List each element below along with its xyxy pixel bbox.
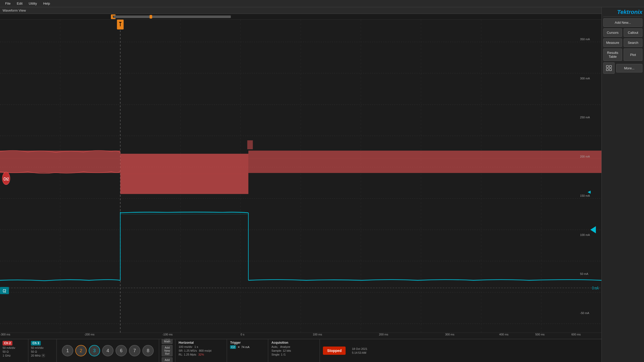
main-layout: Waveform View T bbox=[0, 7, 644, 362]
svg-rect-21 bbox=[0, 151, 120, 173]
tektronix-logo: Tektronix bbox=[603, 9, 642, 17]
ch-btn-8[interactable]: 8 bbox=[142, 345, 154, 356]
search-button[interactable]: Search bbox=[624, 38, 642, 47]
ch-btn-2[interactable]: 2 bbox=[75, 345, 87, 356]
more-button[interactable]: More... bbox=[616, 64, 642, 72]
status-date: 18 Oct 2021 bbox=[352, 347, 367, 350]
ch2-impedance: 50 Ω bbox=[3, 350, 26, 353]
right-sidebar: Tektronix Add New... Cursors Callout Mea… bbox=[601, 7, 644, 362]
add-bus-button[interactable]: AddNewBus bbox=[162, 357, 173, 362]
results-table-button[interactable]: Results Table bbox=[603, 48, 622, 61]
horizontal-title: Horizontal bbox=[178, 341, 224, 344]
menu-utility[interactable]: Utility bbox=[26, 1, 40, 6]
h-rl: RL: 1.25 Mpts bbox=[178, 353, 196, 356]
h-mpts: 800 ms/pt bbox=[199, 349, 211, 352]
h-sr: SR: 1.25 MS/s bbox=[178, 349, 197, 352]
svg-rect-37 bbox=[609, 65, 612, 68]
horizontal-sr-row: SR: 1.25 MS/s 800 ms/pt bbox=[178, 349, 224, 352]
x-label-400: 400 ms bbox=[499, 333, 509, 336]
cursors-button[interactable]: Cursors bbox=[603, 28, 622, 37]
ch2-scale: 50 mA/div bbox=[3, 346, 26, 349]
x-label-500: 500 ms bbox=[535, 333, 544, 336]
x-label-100: 100 ms bbox=[313, 333, 322, 336]
ch-btn-4[interactable]: 4 bbox=[102, 345, 113, 356]
x-label-0: 0 s bbox=[241, 333, 244, 336]
x-label-n100: -100 ms bbox=[162, 333, 173, 336]
acq-sample: Sample: 12 bits bbox=[271, 349, 291, 352]
svg-text:C2: C2 bbox=[3, 289, 6, 293]
timeline-handle[interactable] bbox=[150, 15, 152, 19]
h-scale: 100 ms/div bbox=[178, 345, 192, 348]
ch2-label[interactable]: Ch 2 bbox=[3, 341, 12, 345]
channel-buttons: 1 2 3 4 6 7 8 bbox=[57, 339, 159, 362]
acq-mode: Auto, bbox=[271, 345, 278, 348]
ch3-info[interactable]: Ch 3 50 mV/div 50 Ω 20 MHz R bbox=[28, 339, 57, 362]
x-axis-bar: -300 ms -200 ms -100 ms 0 s 100 ms 200 m… bbox=[0, 333, 601, 339]
acq-analyze: Analyze bbox=[280, 345, 290, 348]
acquisition-info: Acquisition Auto, Analyze Sample: 12 bit… bbox=[268, 339, 320, 362]
trigger-info: Trigger C2 ✕ 74 mA bbox=[227, 339, 268, 362]
add-new-button[interactable]: Add New... bbox=[603, 18, 642, 27]
ch-btn-1[interactable]: 1 bbox=[62, 345, 73, 356]
ch-btn-7[interactable]: 7 bbox=[129, 345, 140, 356]
trigger-channel: C2 bbox=[230, 345, 236, 349]
add-ref-button[interactable]: AddNewRef bbox=[162, 345, 173, 356]
h-sample: 1 s bbox=[194, 345, 198, 348]
cursors-callout-row: Cursors Callout bbox=[603, 28, 642, 37]
svg-rect-23 bbox=[248, 151, 601, 173]
icon-more-row: More... bbox=[603, 62, 642, 74]
svg-rect-24 bbox=[247, 140, 253, 149]
acq-single-row: Single: 1 /1 bbox=[271, 353, 316, 356]
ch-btn-3[interactable]: 3 bbox=[89, 345, 100, 356]
h-perc: 32% bbox=[198, 353, 204, 356]
acquisition-title: Acquisition bbox=[271, 341, 316, 344]
stopped-button[interactable]: Stopped bbox=[323, 347, 346, 355]
acq-mode-row: Auto, Analyze bbox=[271, 345, 316, 348]
results-plot-row: Results Table Plot bbox=[603, 48, 642, 61]
menu-file[interactable]: File bbox=[2, 1, 14, 6]
bottom-bar: Ch 2 50 mA/div 50 Ω 1 GHz Ch 3 50 mV/div… bbox=[0, 339, 601, 362]
ch-btn-6[interactable]: 6 bbox=[116, 345, 127, 356]
ch3-scale: 50 mV/div bbox=[31, 346, 54, 349]
x-label-n300: -300 ms bbox=[0, 333, 10, 336]
ch2-bw: 1 GHz bbox=[3, 354, 26, 357]
measure-search-row: Measure Search bbox=[603, 38, 642, 47]
datetime-info: 18 Oct 2021 5:14:53 AM bbox=[349, 346, 370, 356]
trigger-title: Trigger bbox=[230, 341, 265, 344]
x-label-300: 300 ms bbox=[445, 333, 454, 336]
waveform-title: Waveform View bbox=[0, 7, 601, 14]
horizontal-scale-row: 100 ms/div 1 s bbox=[178, 345, 224, 348]
measure-button[interactable]: Measure bbox=[603, 38, 622, 47]
ch3-indicator: R bbox=[42, 354, 45, 357]
timeline-scroll[interactable] bbox=[113, 15, 231, 18]
add-buttons: AddNewMath AddNewRef AddNewBus bbox=[159, 339, 175, 362]
x-label-n200: -200 ms bbox=[84, 333, 94, 336]
horizontal-info: Horizontal 100 ms/div 1 s SR: 1.25 MS/s … bbox=[175, 339, 227, 362]
ch3-impedance: 50 Ω bbox=[31, 350, 54, 353]
grid-icon-button[interactable] bbox=[603, 62, 615, 74]
horizontal-rl-row: RL: 1.25 Mpts 32% bbox=[178, 353, 224, 356]
ch2-info[interactable]: Ch 2 50 mA/div 50 Ω 1 GHz bbox=[0, 339, 28, 362]
x-axis-labels: -300 ms -200 ms -100 ms 0 s 100 ms 200 m… bbox=[0, 333, 601, 339]
acq-single: Single: 1 /1 bbox=[271, 353, 286, 356]
timeline-bar[interactable]: T bbox=[0, 14, 601, 20]
plot-button[interactable]: Plot bbox=[624, 48, 642, 61]
callout-button[interactable]: Callout bbox=[624, 28, 642, 37]
x-label-600: 600 ms bbox=[571, 333, 581, 336]
svg-rect-38 bbox=[606, 69, 608, 71]
menu-help[interactable]: Help bbox=[40, 1, 53, 6]
trigger-row: C2 ✕ 74 mA bbox=[230, 345, 265, 349]
svg-rect-36 bbox=[606, 65, 608, 68]
ch3-label[interactable]: Ch 3 bbox=[31, 341, 41, 345]
trigger-level-arrow: ◄ bbox=[586, 189, 592, 195]
trigger-x-icon: ✕ bbox=[238, 345, 240, 349]
svg-text:T: T bbox=[119, 21, 122, 27]
svg-text:0 mA: 0 mA bbox=[592, 286, 599, 291]
graph-canvas[interactable]: T Ch2 C2 0 mA 350 mA 300 mA 250 mA 200 m… bbox=[0, 20, 601, 333]
ch3-bw-row: 20 MHz R bbox=[31, 354, 54, 357]
menu-edit[interactable]: Edit bbox=[14, 1, 26, 6]
menu-bar: File Edit Utility Help bbox=[0, 0, 644, 7]
grid-icon bbox=[606, 65, 612, 71]
waveform-svg: T Ch2 C2 0 mA bbox=[0, 20, 601, 333]
svg-rect-39 bbox=[609, 69, 612, 71]
